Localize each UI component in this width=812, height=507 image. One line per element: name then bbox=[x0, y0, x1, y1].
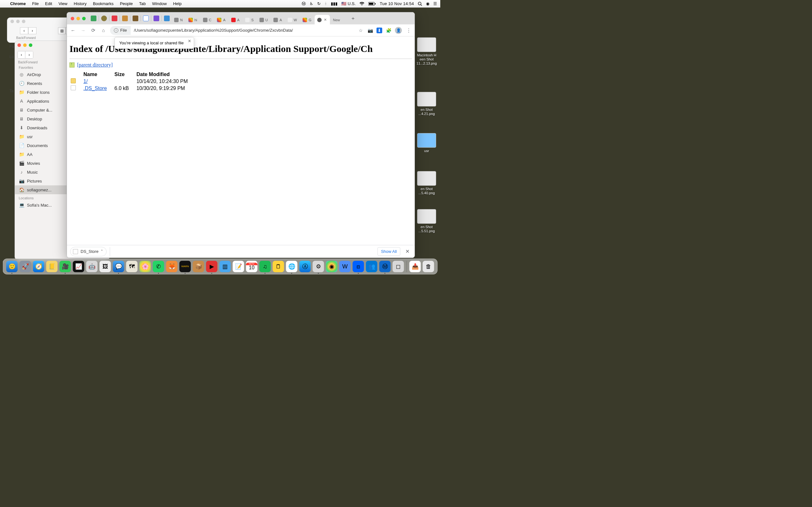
parent-directory-link[interactable]: [parent directory] bbox=[77, 62, 113, 68]
notification-center-icon[interactable]: ☰ bbox=[433, 1, 437, 6]
menu-people[interactable]: People bbox=[117, 1, 136, 6]
teams-dock-icon[interactable]: 👥 bbox=[366, 261, 377, 272]
home-button[interactable]: ⌂ bbox=[100, 27, 107, 34]
download-ext-icon[interactable]: ⬇ bbox=[376, 27, 382, 33]
desktop-file-3[interactable]: en Shot ...5.40.png bbox=[415, 171, 438, 195]
box-dock-icon[interactable]: 📦 bbox=[193, 261, 204, 272]
close-button[interactable] bbox=[17, 43, 21, 47]
chevron-up-icon[interactable]: ˄ bbox=[101, 249, 103, 254]
automator-dock-icon[interactable]: 🤖 bbox=[86, 261, 98, 272]
desktop-file-4[interactable]: en Shot ...5.51.png bbox=[415, 209, 438, 233]
tab[interactable]: A bbox=[214, 15, 228, 24]
menu-help[interactable]: Help bbox=[170, 1, 185, 6]
malwarebytes-dock-icon[interactable]: Ⓜ bbox=[379, 261, 391, 272]
spotify-dock-icon[interactable]: ♫ bbox=[259, 261, 271, 272]
chrome-window[interactable]: N hi C A A S U A W G ✕ New ＋ ← → ⟳ ⌂ i F… bbox=[67, 12, 415, 258]
color-wheel-dock-icon[interactable]: ◉ bbox=[326, 261, 338, 272]
minimize-button[interactable] bbox=[23, 43, 27, 47]
forward-button[interactable]: → bbox=[80, 27, 87, 34]
menubar-clock[interactable]: Tue 10 Nov 14:54 bbox=[380, 1, 414, 6]
show-all-downloads-button[interactable]: Show All bbox=[377, 247, 400, 256]
finder-dock-icon[interactable]: 🙂 bbox=[6, 261, 18, 272]
desktop-file-1[interactable]: Macintosh H een Shot 11...2.13.png bbox=[415, 38, 438, 66]
battery-icon[interactable] bbox=[368, 2, 376, 6]
activity-monitor-dock-icon[interactable]: 📈 bbox=[73, 261, 84, 272]
tab[interactable]: A bbox=[229, 15, 242, 24]
close-downloads-shelf-icon[interactable]: ✕ bbox=[403, 247, 411, 256]
new-tab-button[interactable]: ＋ bbox=[349, 14, 357, 22]
tab[interactable]: hi bbox=[186, 15, 200, 24]
forward-button[interactable]: › bbox=[28, 27, 37, 34]
trello-dock-icon[interactable]: ▥ bbox=[219, 261, 231, 272]
spotlight-icon[interactable] bbox=[418, 2, 422, 6]
profile-avatar[interactable]: 👤 bbox=[395, 27, 402, 34]
back-button[interactable]: ← bbox=[69, 27, 77, 34]
menu-edit[interactable]: Edit bbox=[42, 1, 55, 6]
extensions-puzzle-icon[interactable]: 🧩 bbox=[386, 27, 392, 34]
whatsapp-dock-icon[interactable]: ✆ bbox=[153, 261, 164, 272]
battery-menubar-icon[interactable]: ▮▮▮ bbox=[331, 1, 338, 6]
download-item[interactable]: DS_Store ˄ bbox=[70, 247, 107, 257]
star-bookmark-icon[interactable]: ☆ bbox=[357, 27, 364, 34]
ext-dock-icon[interactable]: 🦊 bbox=[166, 261, 177, 272]
reload-button[interactable]: ⟳ bbox=[90, 27, 97, 34]
heart-icon[interactable] bbox=[112, 15, 117, 21]
forward-button[interactable]: › bbox=[26, 51, 33, 58]
ext-icon[interactable] bbox=[154, 15, 159, 21]
icon-view-button[interactable]: ⊞ bbox=[58, 27, 66, 34]
tab-close-icon[interactable]: ✕ bbox=[323, 18, 327, 22]
messages-dock-icon[interactable]: 💬 bbox=[113, 261, 124, 272]
menu-bookmarks[interactable]: Bookmarks bbox=[90, 1, 117, 6]
word-dock-icon[interactable]: W bbox=[339, 261, 351, 272]
menu-history[interactable]: History bbox=[70, 1, 90, 6]
camera-icon[interactable]: 📷 bbox=[367, 27, 373, 34]
file-link[interactable]: 1/ bbox=[84, 78, 88, 84]
bluetooth-icon[interactable]: ᚼ bbox=[324, 1, 327, 6]
close-button[interactable] bbox=[10, 20, 14, 23]
tab[interactable]: S bbox=[243, 15, 256, 24]
tab[interactable]: A bbox=[271, 15, 284, 24]
notes-dock-icon[interactable]: 🗒 bbox=[273, 261, 284, 272]
textedit-dock-icon[interactable]: 📝 bbox=[233, 261, 244, 272]
ext-icon[interactable] bbox=[133, 15, 138, 21]
tab[interactable]: New bbox=[331, 15, 348, 24]
desktop-folder-usr[interactable]: usr bbox=[415, 133, 438, 153]
ext-icon[interactable] bbox=[122, 15, 128, 21]
menu-window[interactable]: Window bbox=[149, 1, 170, 6]
minimize-button[interactable] bbox=[16, 20, 20, 23]
calendar-dock-icon[interactable]: NOV10 bbox=[246, 261, 258, 272]
maps-dock-icon[interactable]: 🗺 bbox=[126, 261, 138, 272]
trash-icon[interactable]: 🗑 bbox=[423, 261, 434, 272]
wifi-icon[interactable] bbox=[359, 2, 364, 6]
menu-tab[interactable]: Tab bbox=[136, 1, 149, 6]
tab[interactable]: G bbox=[300, 15, 314, 24]
timemachine-icon[interactable]: ↻ bbox=[317, 1, 321, 6]
appstore-dock-icon[interactable]: Ⓐ bbox=[299, 261, 311, 272]
zoom-button[interactable] bbox=[82, 17, 86, 20]
dropbox-dock-icon[interactable]: ⧈ bbox=[353, 261, 364, 272]
back-button[interactable]: ‹ bbox=[18, 51, 26, 58]
tab[interactable]: C bbox=[200, 15, 214, 24]
app-name[interactable]: Chrome bbox=[7, 1, 29, 6]
finder-window-background[interactable]: ‹ › Back/Forward ⊞ ≡ Vie bbox=[7, 17, 77, 43]
ext-icon[interactable] bbox=[164, 15, 170, 21]
ext-icon[interactable] bbox=[101, 15, 107, 21]
zoom-button[interactable] bbox=[29, 43, 32, 47]
chrome-dock-icon[interactable]: 🌐 bbox=[286, 261, 298, 272]
preview-dock-icon[interactable]: 🖼 bbox=[100, 261, 111, 272]
zoom-button[interactable] bbox=[22, 20, 26, 23]
malwarebytes-icon[interactable]: Ⓜ bbox=[302, 1, 306, 7]
safari-dock-icon[interactable]: 🧭 bbox=[33, 261, 44, 272]
file-link[interactable]: .DS_Store bbox=[84, 86, 107, 91]
launchpad-dock-icon[interactable]: 🚀 bbox=[20, 261, 31, 272]
ext-icon[interactable] bbox=[91, 15, 96, 21]
close-button[interactable] bbox=[71, 17, 74, 20]
photos-dock-icon[interactable]: 🌸 bbox=[140, 261, 151, 272]
ext-icon[interactable] bbox=[143, 15, 149, 21]
system-prefs-dock-icon[interactable]: ⚙ bbox=[313, 261, 324, 272]
input-source[interactable]: 🇺🇸U.S. bbox=[341, 1, 356, 6]
chrome-menu-icon[interactable]: ⋮ bbox=[405, 27, 412, 34]
express-vpn-dock-icon[interactable]: ▶ bbox=[206, 261, 217, 272]
url-scheme-chip[interactable]: i File bbox=[110, 26, 131, 35]
back-button[interactable]: ‹ bbox=[20, 27, 28, 34]
